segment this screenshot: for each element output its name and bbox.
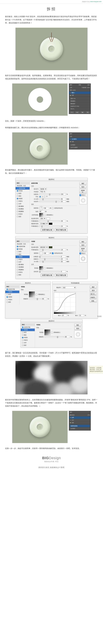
new-button[interactable]: 新建... [90,300,97,302]
chk[interactable] [17,259,18,260]
dir-down[interactable] [44,196,46,198]
op-slider[interactable] [40,249,60,250]
input-val[interactable] [62,314,67,316]
global-chk[interactable] [52,207,54,209]
chk[interactable] [22,340,23,341]
menu-merge[interactable]: 合并图层 [70,144,90,146]
angle-input[interactable] [44,207,49,209]
range-slider[interactable] [44,336,64,338]
opt-bevel[interactable]: 斜面和浮雕 [16,245,30,248]
chk[interactable] [17,211,18,212]
contour-thumb[interactable] [29,292,35,298]
dir-up[interactable] [39,196,41,198]
opt-outerglow[interactable]: 外发光 [16,213,30,215]
chk[interactable] [22,337,23,338]
contour-thumb[interactable] [39,266,43,270]
chk[interactable] [17,269,18,270]
opt-dropshadow[interactable]: 投影 [21,344,35,346]
chk[interactable] [17,193,18,194]
defaults-btn[interactable]: 设置为默认值 [41,228,54,232]
menu-copy-css[interactable]: 复制 CSS [70,97,90,100]
hiop-slider[interactable] [40,220,60,222]
opt-contour[interactable]: 等高线 [21,328,35,331]
chk[interactable] [17,216,18,217]
reset-btn[interactable]: 复位为默认值 [55,274,67,277]
gloss-contour[interactable] [39,213,43,217]
opt-blend[interactable]: 混合选项：自定 [16,184,30,187]
noise-slider[interactable] [39,271,60,272]
opt-gradient[interactable]: 渐变叠加 [16,266,30,268]
chk[interactable] [6,296,8,298]
opt-texture[interactable]: 纹理 [5,293,19,296]
opt-innerglow[interactable]: 内发光 [21,339,35,342]
layer-jade[interactable]: 玉石 [72,419,74,421]
chk[interactable] [22,329,23,330]
opacity-field[interactable]: 不透明度: 100% [82,87,90,88]
defaults-btn[interactable]: 设置为默认值 [41,274,54,277]
preview-chk[interactable] [80,194,81,196]
size-input[interactable] [61,198,66,200]
himode-select[interactable]: 滤色 [40,218,46,220]
menu-dup[interactable]: 复制图层... [70,100,90,102]
opt-gradient[interactable]: 渐变叠加 [16,208,30,210]
ok-button[interactable]: 确定 [80,182,86,185]
chk[interactable] [17,196,18,197]
chk[interactable] [17,251,18,252]
panel-btn[interactable]: ◐ [75,111,80,113]
shmode-select[interactable]: 正片叠底 [39,222,48,225]
opt-dropshadow[interactable]: 投影 [16,274,30,276]
chk[interactable] [6,289,8,290]
chk[interactable] [22,342,23,344]
preset-select[interactable]: 自定 [62,286,76,289]
angle-dial[interactable] [39,251,43,255]
shop-slider[interactable] [40,226,60,227]
chk[interactable] [17,274,18,276]
layers-tab[interactable]: 图层 [70,133,72,135]
global-chk[interactable] [52,252,54,254]
range-input[interactable] [65,336,70,338]
fill-field[interactable]: 填充: 100% [70,90,76,91]
chk[interactable] [22,327,23,328]
chk[interactable] [17,248,18,250]
shop-input[interactable] [61,225,66,227]
chk[interactable] [17,203,18,204]
blend-mode[interactable]: 正常 [70,136,72,138]
opt-innerglow[interactable]: 内发光 [5,298,19,301]
reset-btn[interactable]: 复位为默认值 [55,228,67,232]
cancel-button[interactable]: 取消 [80,244,86,247]
cancel-button[interactable]: 取消 [80,186,86,188]
choke-slider[interactable] [39,258,60,260]
opt-pattern[interactable]: 图案叠加 [16,268,30,271]
opt-satin[interactable]: 光泽 [21,342,35,344]
layer-bg[interactable]: 背景 [72,141,74,142]
chk[interactable] [17,206,18,207]
opt-bevel[interactable]: 斜面和浮雕 [21,326,35,328]
chk[interactable] [17,256,18,258]
panel-btn[interactable]: ▣ [80,111,85,113]
load-button[interactable]: 载入(L)... [90,293,97,296]
preview-chk[interactable] [80,252,81,254]
layer-bg[interactable]: 背景 [72,422,74,424]
blend-mode[interactable]: 颜色加深 [70,414,74,416]
size-input[interactable] [61,260,66,262]
cancel-button[interactable]: 取消 [90,289,97,292]
chk[interactable] [17,261,18,262]
opt-stroke[interactable]: 描边 [16,253,30,256]
opt-innerglow[interactable]: 内发光 [16,258,30,261]
layer-texture[interactable]: 纹理 [72,417,74,418]
menu-flatten[interactable]: 合并可见图层 [70,146,90,149]
cancel-button[interactable]: 取消 [74,327,81,330]
dist-slider[interactable] [39,256,60,257]
aa-chk[interactable] [44,214,46,216]
opt-texture[interactable]: 纹理 [21,331,35,334]
opt-color[interactable]: 颜色叠加 [16,263,30,266]
site-url[interactable]: www.missyuan.com [90,1,102,2]
angle-dial[interactable] [39,206,43,210]
chk[interactable] [6,302,8,303]
shadow-color[interactable] [49,223,52,225]
chk[interactable] [17,254,18,255]
chk[interactable] [17,264,18,265]
output-val[interactable] [79,314,84,316]
opt-dropshadow[interactable]: 投影 [5,301,19,304]
panel-btn[interactable]: 🗑 [85,111,90,113]
